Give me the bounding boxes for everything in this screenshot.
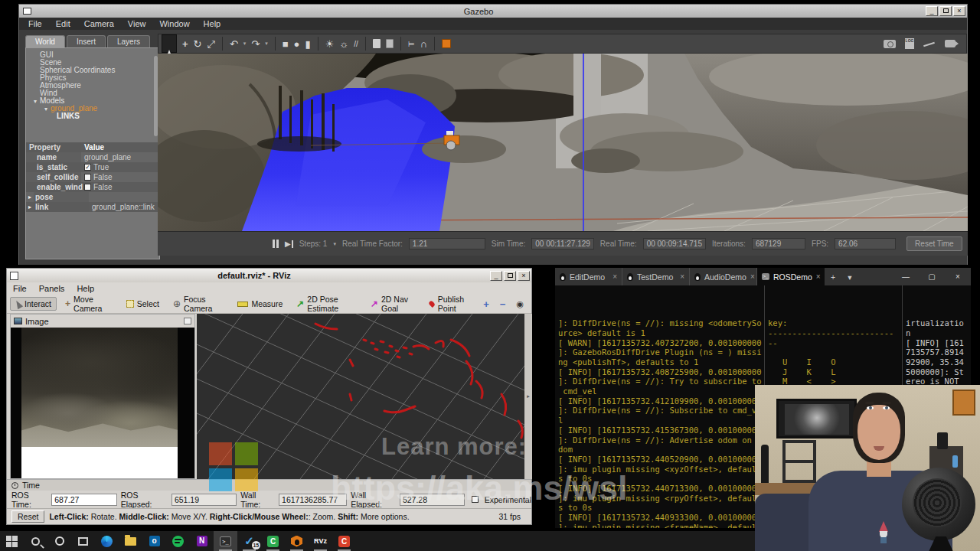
point-light-button[interactable]: ☀ [325, 39, 335, 49]
redo-menu-caret[interactable]: ▾ [265, 41, 268, 47]
new-tab-button[interactable]: + [825, 268, 841, 285]
tab-audiodemo[interactable]: AudioDemo× [690, 268, 757, 285]
menu-item[interactable]: Camera [84, 19, 114, 28]
task-view-button[interactable] [71, 531, 95, 551]
time-panel-header[interactable]: Time [7, 479, 531, 491]
insert-box-button[interactable]: ■ [283, 39, 289, 49]
tab-editdemo[interactable]: EditDemo× [555, 268, 622, 285]
close-tab-icon[interactable]: × [816, 272, 821, 281]
gazebo-3d-viewport[interactable] [158, 54, 968, 231]
property-row-enable-wind[interactable]: enable_wind False [26, 182, 159, 192]
tab-layers[interactable]: Layers [107, 35, 150, 47]
undo-menu-caret[interactable]: ▾ [243, 41, 247, 47]
undock-button[interactable] [184, 318, 191, 324]
log-record-icon[interactable]: LOG [905, 38, 914, 49]
onenote-button[interactable]: N [190, 531, 214, 551]
menu-item[interactable]: File [13, 284, 27, 293]
menu-item[interactable]: View [128, 19, 146, 28]
minimize-button[interactable]: _ [926, 6, 938, 16]
checkbox-checked[interactable]: ✓ [84, 164, 91, 171]
screenshot-icon[interactable] [884, 40, 896, 48]
start-button[interactable] [0, 531, 24, 551]
undo-button[interactable]: ↶ [230, 39, 238, 49]
camtasia-red-button[interactable]: C [332, 531, 356, 551]
property-row-pose[interactable]: ▸ pose [26, 192, 159, 202]
image-panel-header[interactable]: Image [11, 315, 194, 328]
windows-terminal-button[interactable]: >_ [214, 531, 237, 551]
insert-sphere-button[interactable]: ● [294, 39, 300, 49]
gazebo-taskbar-button[interactable] [285, 531, 309, 551]
redo-button[interactable]: ↷ [251, 39, 260, 49]
move-camera-tool[interactable]: +Move Camera [60, 292, 118, 315]
close-tab-icon[interactable]: × [750, 272, 755, 281]
change-view-button[interactable] [442, 39, 451, 48]
property-row-name[interactable]: name ground_plane [26, 152, 159, 162]
align-button[interactable]: ⊨ [408, 39, 415, 49]
checkbox-unchecked[interactable] [84, 184, 91, 191]
tree-item-links[interactable]: LINKS [34, 112, 159, 120]
copy-button[interactable] [373, 39, 381, 48]
ros-elapsed-input[interactable]: 651.19 [172, 494, 237, 506]
property-row-self-collide[interactable]: self_collide False [26, 172, 159, 182]
checkbox-unchecked[interactable] [84, 174, 91, 181]
plot-icon[interactable] [923, 40, 936, 48]
rviz-titlebar[interactable]: default.rviz* - RViz _ × [7, 269, 531, 282]
experimental-checkbox[interactable] [472, 496, 478, 503]
close-tab-icon[interactable]: × [680, 272, 684, 281]
rviz-3d-view[interactable] [197, 314, 524, 479]
spotify-button[interactable] [166, 531, 190, 551]
select-tool[interactable]: Select [121, 297, 165, 311]
scale-tool-button[interactable]: ⤢ [207, 39, 215, 49]
ros-time-input[interactable]: 687.27 [51, 494, 116, 506]
menu-item[interactable]: File [28, 19, 42, 28]
menu-item[interactable]: Edit [56, 19, 70, 28]
cortana-button[interactable] [47, 531, 71, 551]
remove-tool-button[interactable]: − [500, 298, 506, 310]
translate-tool-button[interactable]: + [182, 39, 188, 49]
gazebo-titlebar[interactable]: Gazebo _ × [19, 5, 967, 18]
measure-tool[interactable]: Measure [232, 297, 288, 311]
reset-time-button[interactable]: Reset Time [906, 236, 962, 251]
outlook-button[interactable]: o [142, 531, 166, 551]
video-record-icon[interactable] [945, 40, 956, 47]
close-tab-icon[interactable]: × [612, 272, 617, 281]
minimize-button[interactable]: _ [490, 271, 502, 281]
nav-goal-tool[interactable]: ↗2D Nav Goal [365, 292, 421, 315]
property-row-link[interactable]: ▸ link ground_plane::link [26, 202, 159, 212]
close-button[interactable]: × [945, 268, 971, 285]
rotate-tool-button[interactable]: ↻ [194, 39, 202, 49]
wall-time-input[interactable]: 1617136285.77 [279, 494, 347, 506]
wall-elapsed-input[interactable]: 527.28 [400, 494, 465, 506]
focus-camera-tool[interactable]: ⊕Focus Camera [168, 292, 229, 315]
pose-estimate-tool[interactable]: ↗2D Pose Estimate [291, 292, 362, 315]
minimize-button[interactable]: — [893, 268, 919, 285]
edge-button[interactable] [95, 531, 119, 551]
property-row-is-static[interactable]: is_static ✓True [26, 162, 159, 172]
reset-button[interactable]: Reset [11, 510, 44, 523]
search-button[interactable] [24, 531, 47, 551]
insert-cylinder-button[interactable]: ▮ [305, 39, 310, 49]
visual-studio-button[interactable]: ✓15 [237, 531, 261, 551]
file-explorer-button[interactable] [119, 531, 142, 551]
tab-world[interactable]: World [25, 35, 65, 47]
menu-item[interactable]: Help [204, 19, 221, 28]
camtasia-green-button[interactable]: C [261, 531, 285, 551]
steps-caret[interactable]: ▾ [333, 241, 336, 247]
spot-light-button[interactable]: ☼ [339, 39, 348, 49]
pause-button[interactable] [273, 240, 279, 248]
tab-insert[interactable]: Insert [67, 35, 106, 47]
tab-testdemo[interactable]: TestDemo× [622, 268, 690, 285]
menu-item[interactable]: Window [159, 19, 189, 28]
maximize-button[interactable]: ▢ [919, 268, 945, 285]
rviz-taskbar-button[interactable]: RVz [309, 531, 332, 551]
maximize-button[interactable] [939, 6, 952, 16]
add-tool-button[interactable]: + [483, 298, 489, 310]
steps-label[interactable]: Steps: 1 [299, 240, 328, 248]
terminal-pane-left[interactable]: ]: DiffDrive(ns = //): missing <odometry… [555, 285, 764, 528]
paste-button[interactable] [386, 39, 394, 48]
snap-button[interactable]: ∩ [420, 39, 426, 49]
publish-point-tool[interactable]: Publish Point [424, 292, 480, 315]
close-button[interactable]: × [518, 271, 530, 281]
close-button[interactable]: × [953, 6, 965, 16]
maximize-button[interactable] [504, 271, 516, 281]
